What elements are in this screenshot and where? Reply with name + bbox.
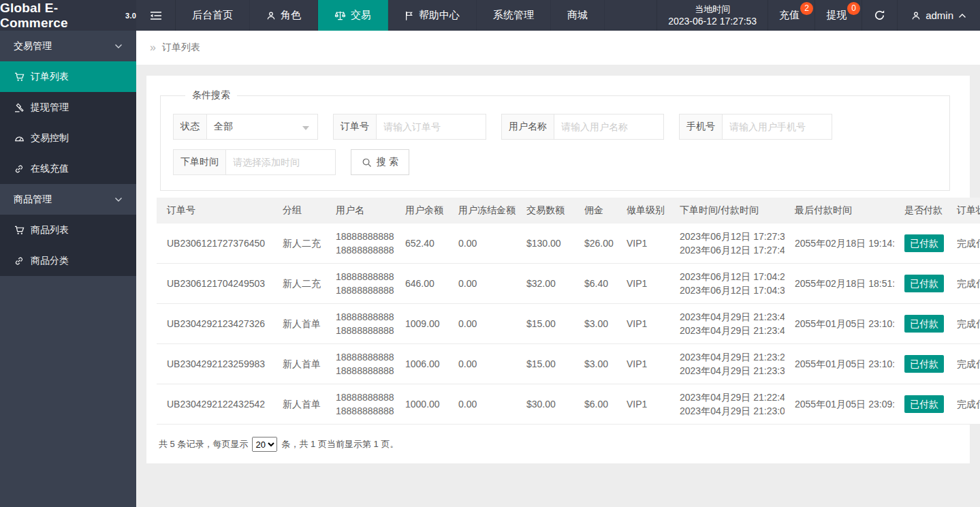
sidebar-collapse-button[interactable] (136, 0, 176, 31)
paid-badge: 已付款 (904, 315, 944, 333)
orders-card: 条件搜索 状态 全部 订单号 用户名称 (146, 76, 970, 463)
cell-last-pay-time: 2055年01月05日 23:09:22 (785, 384, 894, 425)
nav-item-system[interactable]: 系统管理 (477, 0, 551, 31)
link-icon (14, 256, 25, 266)
sidebar-item-goods-list-label: 商品列表 (31, 224, 69, 236)
cell-order-status: 完成付款 (947, 264, 980, 304)
refresh-button[interactable] (862, 0, 897, 31)
main-area: » 订单列表 条件搜索 状态 全部 订单号 (136, 31, 980, 507)
top-nav: 后台首页 角色 交易 帮助中心 系统管理 商城 (176, 0, 605, 31)
breadcrumb-chevrons-icon: » (150, 42, 156, 54)
cell-trade-amount: $15.00 (516, 304, 574, 344)
header-right: 当地时间 2023-06-12 17:27:53 充值 2 提现 0 admin (657, 0, 980, 31)
search-row-1: 状态 全部 订单号 用户名称 手机 (173, 114, 949, 140)
search-icon (362, 157, 372, 168)
cell-order-no: UB2306121727376450 (157, 224, 272, 264)
order-no-input[interactable] (377, 114, 486, 139)
column-header: 是否付款 (894, 198, 947, 224)
cell-commission: $3.00 (574, 344, 616, 384)
cell-order-status: 完成付款 (947, 304, 980, 344)
column-header: 佣金 (574, 198, 616, 224)
nav-item-trade[interactable]: 交易 (318, 0, 388, 31)
cart-icon (14, 72, 25, 82)
orders-table: 订单号分组用户名用户余额用户冻结金额交易数额佣金做单级别下单时间/付款时间最后付… (157, 198, 980, 425)
cart-icon (14, 226, 25, 235)
cell-order-pay-time: 2023年04月29日 21:23:252023年04月29日 21:23:32 (669, 344, 785, 384)
cell-level: VIP1 (616, 344, 669, 384)
recharge-button[interactable]: 充值 2 (768, 0, 815, 31)
sidebar-item-online-recharge[interactable]: 在线充值 (0, 153, 136, 184)
nav-item-help[interactable]: 帮助中心 (388, 0, 477, 31)
column-header: 分组 (272, 198, 326, 224)
phone-field: 手机号 (679, 114, 832, 140)
nav-item-roles[interactable]: 角色 (250, 0, 318, 31)
phone-label: 手机号 (680, 114, 723, 139)
cell-frozen-amount: 0.00 (448, 384, 516, 425)
cell-commission: $3.00 (574, 304, 616, 344)
order-time-input[interactable] (226, 150, 335, 174)
column-header: 交易数额 (516, 198, 574, 224)
withdraw-count-badge: 0 (847, 2, 860, 15)
chevron-down-icon (114, 44, 123, 49)
cell-level: VIP1 (616, 264, 669, 304)
cell-order-pay-time: 2023年06月12日 17:04:242023年06月12日 17:04:38 (669, 264, 785, 304)
chevron-up-icon (958, 13, 966, 18)
cell-group: 新人二充 (272, 264, 326, 304)
phone-input[interactable] (723, 114, 832, 139)
cell-level: VIP1 (616, 304, 669, 344)
cell-balance: 1006.00 (395, 344, 448, 384)
person-icon (266, 11, 276, 20)
cell-paid-status: 已付款 (894, 384, 947, 425)
search-button-label: 搜 索 (377, 156, 398, 168)
sidebar-item-trade-control-label: 交易控制 (31, 132, 69, 144)
status-field: 状态 全部 (173, 114, 318, 140)
nav-help-label: 帮助中心 (419, 9, 460, 22)
local-time-label: 当地时间 (695, 3, 730, 15)
column-header: 下单时间/付款时间 (669, 198, 785, 224)
nav-roles-label: 角色 (281, 9, 301, 22)
cell-order-pay-time: 2023年04月29日 21:22:432023年04月29日 21:23:05 (669, 384, 785, 425)
cell-balance: 652.40 (395, 224, 448, 264)
flag-icon (405, 11, 414, 20)
orders-table-wrap: 订单号分组用户名用户余额用户冻结金额交易数额佣金做单级别下单时间/付款时间最后付… (157, 198, 980, 425)
table-row: UB2304292122432542新人首单188888888881888888… (157, 384, 980, 425)
status-select[interactable]: 全部 (207, 114, 317, 139)
cell-paid-status: 已付款 (894, 264, 947, 304)
withdraw-button[interactable]: 提现 0 (815, 0, 862, 31)
cell-last-pay-time: 2055年02月18日 19:14:16 (785, 224, 894, 264)
cell-paid-status: 已付款 (894, 224, 947, 264)
cell-username: 1888888888818888888888 (326, 304, 395, 344)
user-name: admin (926, 10, 953, 21)
cell-commission: $6.00 (574, 384, 616, 425)
nav-item-home[interactable]: 后台首页 (176, 0, 250, 31)
sidebar-item-goods-category[interactable]: 商品分类 (0, 245, 136, 276)
sidebar-item-trade-control[interactable]: 交易控制 (0, 123, 136, 153)
sidebar-group-trade[interactable]: 交易管理 (0, 31, 136, 61)
nav-item-mall[interactable]: 商城 (551, 0, 605, 31)
orders-table-head: 订单号分组用户名用户余额用户冻结金额交易数额佣金做单级别下单时间/付款时间最后付… (157, 198, 980, 224)
cell-trade-amount: $30.00 (516, 384, 574, 425)
local-time-value: 2023-06-12 17:27:53 (668, 15, 757, 28)
cell-order-no: UB2304292123259983 (157, 344, 272, 384)
cell-group: 新人首单 (272, 344, 326, 384)
column-header: 订单状态 (947, 198, 980, 224)
cell-frozen-amount: 0.00 (448, 264, 516, 304)
cell-username: 1888888888818888888888 (326, 264, 395, 304)
cell-last-pay-time: 2055年01月05日 23:10:04 (785, 344, 894, 384)
select-caret-icon (302, 126, 309, 130)
cell-commission: $6.40 (574, 264, 616, 304)
cell-frozen-amount: 0.00 (448, 304, 516, 344)
sidebar-item-order-list[interactable]: 订单列表 (0, 61, 136, 92)
page-size-select[interactable]: 20 (252, 437, 277, 452)
username-input[interactable] (554, 114, 663, 139)
sidebar-group-goods[interactable]: 商品管理 (0, 184, 136, 215)
column-header: 用户冻结金额 (448, 198, 516, 224)
user-menu[interactable]: admin (897, 0, 980, 31)
sidebar-item-withdraw-mgmt[interactable]: 提现管理 (0, 92, 136, 123)
search-button[interactable]: 搜 索 (351, 149, 409, 175)
brand-logo: Global E-Commerce 3.0 (0, 0, 136, 31)
column-header: 订单号 (157, 198, 272, 224)
breadcrumb: » 订单列表 (136, 31, 980, 65)
sidebar-item-goods-list[interactable]: 商品列表 (0, 215, 136, 245)
order-no-label: 订单号 (334, 114, 377, 139)
